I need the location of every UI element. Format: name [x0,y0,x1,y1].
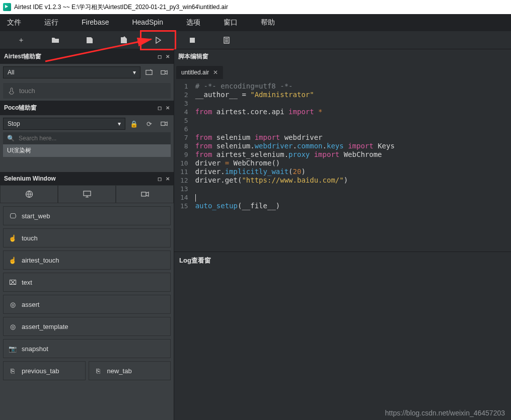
record-icon[interactable] [158,117,171,130]
cmd-new-tab[interactable]: ⎘new_tab [89,361,171,380]
touch-hint-bar[interactable]: touch [3,83,171,99]
run-button[interactable] [141,31,175,49]
touch-icon: ☝ [9,234,17,242]
menu-headspin[interactable]: HeadSpin [129,17,166,28]
previous-tab-icon: ⎘ [9,367,17,375]
code-content: # -*- encoding=utf8 -*- __author__ = "Ad… [191,79,399,251]
cmd-text[interactable]: ⌧text [3,273,171,292]
cmd-assert[interactable]: ◎assert [3,295,171,314]
menu-bar: 文件 运行 Firebase HeadSpin 选项 窗口 帮助 [0,14,511,31]
panel-close-icon[interactable]: ✕ [166,176,170,182]
menu-file[interactable]: 文件 [4,17,24,28]
cmd-touch[interactable]: ☝touch [3,228,171,247]
stop-button[interactable] [175,31,209,49]
poco-panel-header: Poco辅助窗 ◻ ✕ [0,101,174,115]
poco-mode-value: Stop [8,120,20,127]
selenium-panel-header: Selenium Window ◻ ✕ [0,172,174,185]
log-panel-title: Log查看窗 [179,257,211,264]
browser-icon: 🖵 [9,212,17,220]
menu-run[interactable]: 运行 [41,17,61,28]
tab-label: untitled.air [181,69,209,76]
search-input[interactable] [19,135,167,142]
cmd-airtest-touch[interactable]: ☝airtest_touch [3,250,171,270]
new-button[interactable]: ＋ [4,31,38,49]
selenium-globe-button[interactable] [0,185,58,203]
target-icon: ◎ [9,322,17,330]
airtest-panel-title: Airtest辅助窗 [4,52,41,61]
airtest-filter-value: All [8,69,14,76]
log-panel-header: Log查看窗 [174,251,511,269]
selenium-monitor-button[interactable] [58,185,116,203]
svg-rect-3 [146,70,152,75]
ui-render-tree[interactable]: UI渲染树 [3,144,171,157]
text-icon: ⌧ [9,278,17,286]
camera-icon: 📷 [9,345,17,353]
search-icon: 🔍 [7,135,15,142]
window-title: Airtest IDE v1.2.3 ~~ E:\学习相关\AirtestIDE… [14,3,228,12]
record-icon [141,190,149,198]
refresh-icon[interactable]: ⟳ [142,117,156,130]
chevron-down-icon: ▾ [118,120,121,127]
save-as-button[interactable] [107,31,141,49]
editor-panel-title: 脚本编辑窗 [178,52,208,61]
tab-strip: untitled.air ✕ [174,64,511,79]
code-editor[interactable]: 1 2 3 4 5 6 7 8 9 10 11 12 13 14 15 # -*… [174,79,511,251]
svg-rect-7 [84,191,91,196]
airtest-panel-header: Airtest辅助窗 ◻ ✕ [0,49,174,64]
toolbar: ＋ [0,31,511,49]
airtest-filter-dropdown[interactable]: All ▾ [3,66,140,78]
new-tab-icon: ⎘ [94,367,102,375]
svg-rect-4 [161,71,165,74]
touch-icon [8,88,15,95]
panel-float-icon[interactable]: ◻ [158,105,162,111]
screenshot-icon[interactable] [142,66,156,79]
chevron-down-icon: ▾ [133,69,136,76]
menu-help[interactable]: 帮助 [258,17,278,28]
cmd-start-web[interactable]: 🖵start_web [3,206,171,225]
monitor-icon [83,190,91,198]
svg-rect-0 [190,38,195,43]
globe-icon [25,190,33,198]
open-button[interactable] [38,31,72,49]
watermark: https://blog.csdn.net/weixin_46457203 [385,409,505,417]
cmd-snapshot[interactable]: 📷snapshot [3,339,171,358]
panel-close-icon[interactable]: ✕ [166,105,170,111]
svg-rect-5 [161,122,165,126]
record-icon[interactable] [158,66,171,79]
cmd-assert-template[interactable]: ◎assert_template [3,317,171,336]
lock-icon[interactable]: 🔒 [127,117,140,130]
tab-untitled[interactable]: untitled.air ✕ [176,66,223,79]
poco-mode-dropdown[interactable]: Stop ▾ [3,118,125,130]
menu-options[interactable]: 选项 [183,17,203,28]
save-button[interactable] [72,31,107,49]
touch-icon: ☝ [9,256,17,264]
poco-search-row: 🔍 [3,132,171,144]
cmd-previous-tab[interactable]: ⎘previous_tab [3,361,86,380]
selenium-panel-title: Selenium Window [4,175,56,182]
target-icon: ◎ [9,300,17,308]
line-gutter: 1 2 3 4 5 6 7 8 9 10 11 12 13 14 15 [174,79,191,251]
editor-panel-header: 脚本编辑窗 [174,49,511,64]
app-icon [3,3,11,11]
window-titlebar: Airtest IDE v1.2.3 ~~ E:\学习相关\AirtestIDE… [0,0,511,14]
log-panel-body[interactable] [174,269,511,420]
menu-window[interactable]: 窗口 [221,17,241,28]
panel-close-icon[interactable]: ✕ [166,54,170,59]
poco-panel-title: Poco辅助窗 [4,104,37,112]
report-button[interactable] [209,31,244,49]
close-icon[interactable]: ✕ [213,69,218,76]
menu-firebase[interactable]: Firebase [79,17,112,28]
panel-float-icon[interactable]: ◻ [158,54,162,59]
svg-rect-8 [141,192,146,196]
panel-float-icon[interactable]: ◻ [158,176,162,182]
selenium-record-button[interactable] [116,185,174,203]
touch-hint-label: touch [19,87,35,95]
